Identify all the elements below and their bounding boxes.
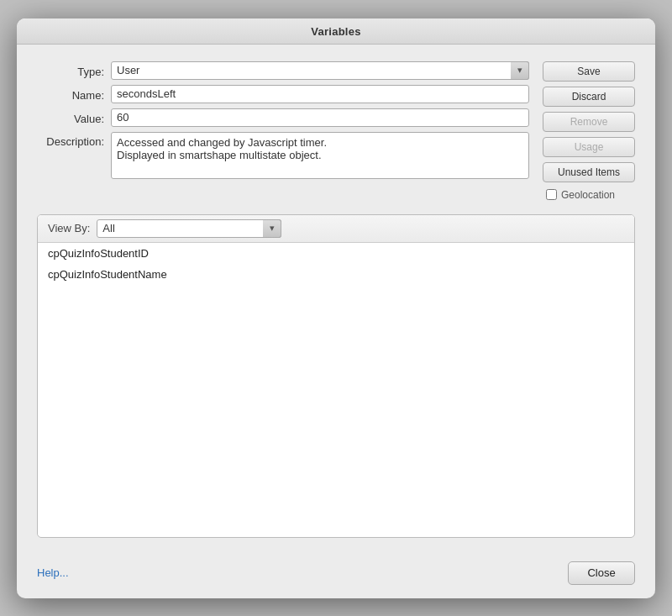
geolocation-label: Geolocation: [561, 189, 615, 201]
view-by-select[interactable]: All User System Shared: [97, 219, 281, 238]
usage-button[interactable]: Usage: [543, 137, 635, 157]
form-area: Type: User System Shared Name:: [37, 61, 529, 201]
bottom-bar: Help... Close: [17, 551, 655, 598]
close-button[interactable]: Close: [568, 561, 635, 585]
view-by-label: View By:: [48, 222, 90, 234]
buttons-area: Save Discard Remove Usage Unused Items G…: [543, 61, 635, 201]
geolocation-checkbox[interactable]: [546, 189, 557, 200]
variable-list: cpQuizInfoStudentID cpQuizInfoStudentNam…: [38, 243, 634, 285]
description-textarea[interactable]: Accessed and changed by Javascript timer…: [111, 132, 529, 179]
value-row: Value:: [37, 108, 529, 127]
remove-button[interactable]: Remove: [543, 112, 635, 132]
discard-button[interactable]: Discard: [543, 87, 635, 107]
top-section: Type: User System Shared Name:: [37, 61, 635, 201]
type-select-wrapper: User System Shared: [111, 61, 529, 80]
value-label: Value:: [37, 110, 104, 125]
name-label: Name:: [37, 87, 104, 102]
dialog-body: Type: User System Shared Name:: [17, 45, 655, 551]
view-by-section: View By: All User System Shared cpQuizIn…: [37, 214, 635, 538]
view-by-select-wrapper: All User System Shared: [97, 219, 281, 238]
variables-dialog: Variables Type: User System Shared: [17, 18, 655, 598]
list-item[interactable]: cpQuizInfoStudentName: [38, 264, 634, 285]
save-button[interactable]: Save: [543, 61, 635, 82]
unused-items-button[interactable]: Unused Items: [543, 162, 635, 182]
dialog-title: Variables: [17, 18, 655, 45]
view-by-header: View By: All User System Shared: [38, 215, 634, 243]
description-label: Description:: [37, 132, 104, 148]
name-input[interactable]: [111, 85, 529, 103]
list-item[interactable]: cpQuizInfoStudentID: [38, 243, 634, 264]
type-select[interactable]: User System Shared: [111, 61, 529, 80]
value-input[interactable]: [111, 108, 529, 127]
type-label: Type:: [37, 63, 104, 78]
help-link[interactable]: Help...: [37, 566, 69, 579]
name-row: Name:: [37, 85, 529, 103]
geolocation-row: Geolocation: [543, 189, 635, 201]
type-row: Type: User System Shared: [37, 61, 529, 80]
description-row: Description: Accessed and changed by Jav…: [37, 132, 529, 179]
